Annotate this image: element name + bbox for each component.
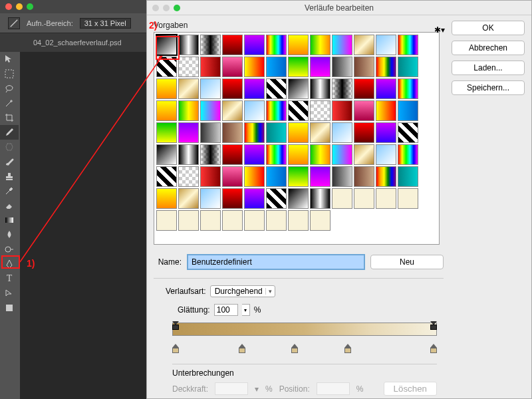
preset-swatch[interactable] (244, 78, 265, 99)
tool-preset-icon[interactable] (8, 17, 20, 29)
preset-swatch[interactable] (266, 166, 287, 187)
preset-swatch[interactable] (244, 188, 265, 209)
preset-swatch[interactable] (178, 122, 199, 143)
preset-swatch[interactable] (200, 35, 221, 55)
pen-tool-icon[interactable] (0, 257, 19, 271)
preset-swatch[interactable] (310, 188, 331, 209)
preset-swatch[interactable] (156, 100, 177, 121)
preset-swatch[interactable] (222, 100, 243, 121)
preset-swatch[interactable] (288, 144, 309, 165)
preset-swatch[interactable] (376, 100, 396, 121)
preset-swatch[interactable] (376, 35, 396, 55)
preset-swatch[interactable] (376, 144, 396, 165)
preset-swatch[interactable] (156, 188, 177, 209)
preset-swatch[interactable] (310, 122, 331, 143)
save-button[interactable]: Speichern... (452, 80, 525, 95)
preset-swatch[interactable] (398, 78, 418, 99)
minimize-traffic-icon[interactable] (16, 3, 23, 10)
type-tool-icon[interactable]: T (0, 271, 19, 286)
gradient-preview[interactable] (172, 323, 437, 336)
smooth-input[interactable] (214, 304, 238, 316)
doc-tab[interactable]: 04_02_schaerfeverlauf.psd (27, 36, 128, 49)
preset-swatch[interactable] (244, 166, 265, 187)
preset-swatch[interactable] (222, 122, 243, 143)
preset-swatch[interactable] (178, 166, 199, 187)
preset-swatch[interactable] (200, 188, 221, 209)
ok-button[interactable]: OK (452, 21, 525, 35)
preset-swatch[interactable] (222, 57, 243, 77)
preset-swatch[interactable] (266, 210, 287, 231)
load-button[interactable]: Laden... (452, 61, 525, 75)
path-select-tool-icon[interactable] (0, 286, 19, 301)
preset-swatch[interactable] (244, 35, 265, 55)
brush-tool-icon[interactable] (0, 154, 19, 169)
preset-swatch[interactable] (332, 188, 352, 209)
preset-swatch[interactable] (398, 188, 418, 209)
lasso-tool-icon[interactable] (0, 81, 19, 96)
preset-swatch[interactable] (398, 144, 418, 165)
smooth-stepper[interactable]: ▾ (242, 304, 250, 316)
preset-swatch[interactable] (310, 35, 331, 55)
preset-swatch[interactable] (178, 78, 199, 99)
preset-swatch[interactable] (244, 100, 265, 121)
new-button[interactable]: Neu (370, 255, 444, 269)
preset-swatch[interactable] (310, 78, 331, 99)
preset-swatch[interactable] (222, 166, 243, 187)
preset-swatch[interactable] (332, 57, 352, 77)
preset-swatch[interactable] (288, 57, 309, 77)
preset-swatch[interactable] (244, 210, 265, 231)
preset-swatch[interactable] (200, 122, 221, 143)
aufn-value[interactable]: 31 x 31 Pixel (80, 18, 131, 29)
color-stop-5[interactable] (430, 348, 437, 356)
preset-swatch[interactable] (178, 57, 199, 77)
preset-swatch[interactable] (354, 122, 374, 143)
preset-swatch[interactable] (310, 144, 331, 165)
preset-swatch[interactable] (288, 188, 309, 209)
preset-swatch[interactable] (178, 100, 199, 121)
preset-swatch[interactable] (178, 188, 199, 209)
wand-tool-icon[interactable] (0, 96, 19, 110)
zoom-traffic-icon[interactable] (27, 3, 33, 10)
preset-swatch[interactable] (222, 144, 243, 165)
preset-swatch[interactable] (376, 78, 396, 99)
gear-icon[interactable]: ✱▾ (434, 25, 445, 35)
preset-swatch[interactable] (288, 35, 309, 55)
preset-swatch[interactable] (354, 166, 374, 187)
preset-swatch[interactable] (398, 35, 418, 55)
preset-swatch[interactable] (266, 78, 287, 99)
preset-swatch[interactable] (222, 210, 243, 231)
preset-swatch[interactable] (288, 210, 309, 231)
preset-swatch[interactable] (354, 144, 374, 165)
shape-tool-icon[interactable] (0, 301, 19, 315)
move-tool-icon[interactable] (0, 52, 19, 66)
preset-swatch[interactable] (200, 100, 221, 121)
preset-swatch[interactable] (266, 122, 287, 143)
preset-swatch[interactable] (244, 57, 265, 77)
crop-tool-icon[interactable] (0, 110, 19, 125)
preset-swatch[interactable] (376, 188, 396, 209)
gradtype-select[interactable]: Durchgehend (210, 285, 275, 297)
preset-swatch[interactable] (200, 78, 221, 99)
marquee-tool-icon[interactable] (0, 66, 19, 81)
preset-swatch[interactable] (376, 57, 396, 77)
color-stop-4[interactable] (344, 348, 351, 356)
preset-swatch[interactable] (310, 100, 331, 121)
preset-swatch[interactable] (398, 100, 418, 121)
preset-swatch[interactable] (376, 122, 396, 143)
preset-swatch[interactable] (222, 188, 243, 209)
preset-swatch[interactable] (354, 188, 374, 209)
preset-swatch[interactable] (288, 78, 309, 99)
preset-swatch[interactable] (156, 210, 177, 231)
eyedropper-tool-icon[interactable] (0, 125, 19, 140)
preset-swatch[interactable] (332, 166, 352, 187)
preset-swatch[interactable] (310, 166, 331, 187)
preset-swatch[interactable] (266, 35, 287, 55)
preset-swatch[interactable] (310, 210, 331, 231)
preset-swatch[interactable] (200, 166, 221, 187)
preset-swatch[interactable] (244, 144, 265, 165)
preset-swatch[interactable] (200, 210, 221, 231)
preset-swatch[interactable] (354, 35, 374, 55)
preset-swatch[interactable] (398, 57, 418, 77)
preset-swatch[interactable] (222, 35, 243, 55)
opacity-stop-right[interactable] (430, 321, 437, 329)
